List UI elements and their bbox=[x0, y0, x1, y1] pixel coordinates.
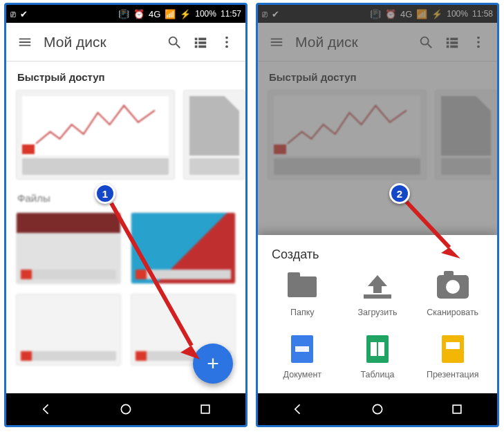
view-list-icon[interactable] bbox=[189, 30, 212, 54]
file-thumb[interactable] bbox=[16, 212, 121, 284]
upload[interactable]: Загрузить bbox=[340, 273, 416, 317]
quick-card[interactable] bbox=[183, 90, 245, 180]
create-slides[interactable]: Презентация bbox=[415, 335, 490, 379]
upload-label: Загрузить bbox=[357, 308, 397, 317]
alarm-icon: ⏰ bbox=[133, 10, 144, 19]
svg-point-10 bbox=[225, 45, 228, 48]
create-slides-label: Презентация bbox=[427, 370, 479, 379]
vibrate-icon: 📳 bbox=[118, 10, 129, 19]
folder-icon bbox=[288, 276, 317, 297]
nav-recent[interactable] bbox=[197, 401, 214, 417]
svg-rect-12 bbox=[201, 405, 209, 413]
svg-point-9 bbox=[225, 41, 228, 44]
create-sheet[interactable]: Таблица bbox=[340, 335, 416, 379]
upload-icon bbox=[364, 275, 391, 299]
clock: 11:57 bbox=[221, 9, 241, 19]
network-icon: 4G bbox=[149, 10, 160, 19]
svg-point-11 bbox=[121, 404, 130, 413]
nav-back[interactable] bbox=[290, 401, 306, 417]
file-grid bbox=[6, 208, 245, 366]
google-slides-icon bbox=[442, 335, 464, 363]
files-heading: Файлы bbox=[6, 180, 245, 208]
quick-access-row bbox=[6, 90, 245, 180]
create-doc-label: Документ bbox=[283, 370, 321, 379]
app-bar: Мой диск bbox=[6, 23, 245, 62]
svg-point-0 bbox=[169, 37, 177, 44]
svg-rect-7 bbox=[198, 45, 206, 48]
svg-rect-4 bbox=[195, 41, 198, 44]
check-icon: ✔ bbox=[20, 10, 28, 19]
annotation-badge-1: 1 bbox=[95, 183, 115, 204]
create-bottom-sheet: Создать Папку Загрузить Сканировать Доку… bbox=[258, 235, 497, 393]
scan-label: Сканировать bbox=[427, 308, 478, 317]
menu-icon[interactable] bbox=[13, 30, 37, 54]
create-folder-label: Папку bbox=[290, 308, 315, 317]
phone-screen-1: ⎚ ✔ 📳 ⏰ 4G 📶 ⚡ 100% 11:57 Мой диск bbox=[4, 3, 248, 427]
annotation-badge-2: 2 bbox=[389, 183, 410, 204]
nav-recent[interactable] bbox=[449, 401, 465, 417]
status-bar: ⎚ ✔ 📳 ⏰ 4G 📶 ⚡ 100% 11:57 bbox=[6, 5, 245, 23]
page-title: Мой диск bbox=[37, 34, 162, 50]
search-icon[interactable] bbox=[162, 30, 186, 54]
camera-icon bbox=[437, 275, 469, 299]
android-nav-bar bbox=[6, 393, 245, 425]
fab-create[interactable]: + bbox=[193, 344, 233, 384]
battery-icon: ⚡ bbox=[180, 10, 191, 19]
scan[interactable]: Сканировать bbox=[415, 273, 490, 317]
svg-point-26 bbox=[373, 404, 382, 413]
create-folder[interactable]: Папку bbox=[265, 273, 340, 317]
nav-home[interactable] bbox=[369, 401, 386, 417]
file-thumb[interactable] bbox=[16, 294, 121, 366]
svg-rect-3 bbox=[198, 37, 206, 40]
phone-screen-2: ⎚ ✔ 📳 ⏰ 4G 📶 ⚡ 100% 11:58 Мой диск Быстр… bbox=[256, 3, 499, 427]
create-doc[interactable]: Документ bbox=[265, 335, 340, 379]
create-sheet-label: Таблица bbox=[360, 370, 394, 379]
battery-percent: 100% bbox=[195, 9, 216, 19]
file-thumb[interactable] bbox=[131, 212, 236, 284]
quick-access-heading: Быстрый доступ bbox=[6, 62, 245, 90]
android-nav-bar bbox=[258, 393, 497, 425]
nav-back[interactable] bbox=[38, 401, 55, 417]
google-sheet-icon bbox=[366, 335, 389, 363]
sheet-title: Создать bbox=[265, 247, 490, 273]
overflow-icon[interactable] bbox=[215, 30, 239, 54]
svg-line-1 bbox=[176, 44, 180, 48]
svg-rect-6 bbox=[195, 45, 198, 48]
quick-card[interactable] bbox=[16, 90, 175, 180]
nav-home[interactable] bbox=[118, 401, 134, 417]
google-doc-icon bbox=[291, 335, 313, 363]
svg-rect-27 bbox=[453, 405, 461, 413]
svg-rect-5 bbox=[198, 41, 206, 44]
cast-icon: ⎚ bbox=[10, 10, 16, 19]
svg-point-8 bbox=[225, 36, 228, 39]
signal-icon: 📶 bbox=[165, 10, 176, 19]
plus-icon: + bbox=[207, 352, 219, 375]
svg-rect-2 bbox=[195, 37, 198, 40]
